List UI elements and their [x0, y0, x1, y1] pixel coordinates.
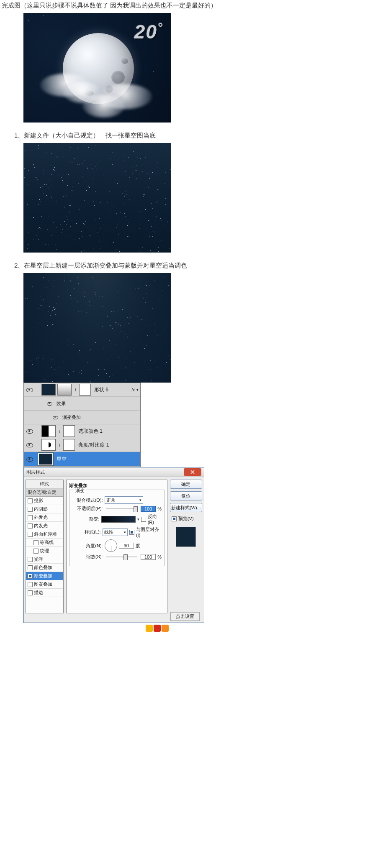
reverse-label: 反向(R)	[148, 513, 162, 525]
style-list-header[interactable]: 样式	[26, 480, 63, 488]
checkbox[interactable]	[28, 532, 33, 537]
checkbox[interactable]	[33, 549, 39, 554]
visibility-eye-icon[interactable]	[46, 401, 52, 406]
star-dot	[139, 229, 139, 229]
reset-button[interactable]: 复位	[170, 491, 202, 500]
star-dot	[145, 209, 146, 210]
step2-figure	[23, 273, 171, 383]
layer-row-select-color[interactable]: ⁞ 选取颜色 1	[24, 424, 140, 438]
star-dot	[79, 150, 79, 150]
style-item-outer-glow[interactable]: 外发光	[26, 513, 63, 522]
layer-thumbnail-grad[interactable]	[57, 384, 72, 396]
style-item-stroke[interactable]: 描边	[26, 589, 63, 597]
checkbox[interactable]	[28, 565, 33, 570]
style-item-label: 渐变叠加	[34, 573, 52, 579]
star-dot	[82, 236, 83, 237]
adjustment-thumbnail[interactable]	[41, 439, 56, 451]
style-item-color-overlay[interactable]: 颜色叠加	[26, 564, 63, 572]
star-dot	[53, 336, 54, 336]
style-dropdown[interactable]: 线性	[103, 528, 128, 536]
reverse-checkbox[interactable]	[141, 517, 146, 522]
new-style-button[interactable]: 新建样式(W)...	[170, 503, 202, 512]
slider-knob[interactable]	[134, 506, 138, 512]
star-dot	[122, 223, 123, 223]
star-dot	[77, 148, 77, 149]
blend-mode-dropdown[interactable]: 正常	[105, 496, 143, 504]
star-dot	[130, 192, 131, 192]
align-checkbox[interactable]	[129, 530, 134, 535]
checkbox[interactable]	[28, 523, 33, 528]
layer-thumbnail[interactable]	[38, 453, 53, 465]
star-dot	[95, 294, 95, 295]
layer-mask-thumbnail[interactable]	[63, 439, 75, 451]
opacity-slider[interactable]	[106, 508, 138, 509]
checkbox[interactable]	[28, 515, 33, 520]
star-dot	[168, 285, 169, 286]
star-dot	[108, 212, 108, 212]
close-button[interactable]	[184, 468, 201, 476]
star-dot	[51, 367, 52, 368]
star-dot	[41, 296, 41, 296]
gradient-swatch[interactable]	[101, 516, 136, 523]
star-dot	[41, 216, 42, 217]
star-dot	[117, 314, 117, 315]
style-item-pattern-overlay[interactable]: 图案叠加	[26, 580, 63, 589]
style-item-drop-shadow[interactable]: 投影	[26, 497, 63, 505]
checkbox[interactable]	[28, 498, 33, 503]
star-dot	[90, 350, 90, 350]
share-icon[interactable]	[146, 625, 153, 632]
scale-slider[interactable]	[106, 557, 138, 557]
visibility-eye-icon[interactable]	[26, 387, 33, 393]
share-icon[interactable]	[154, 625, 161, 632]
star-dot	[170, 186, 170, 187]
adjustment-thumbnail[interactable]	[41, 425, 56, 437]
style-blend-options[interactable]: 混合选项:自定	[26, 488, 63, 497]
style-item-gradient-overlay[interactable]: 渐变叠加	[26, 572, 63, 580]
layer-row-starry-sky[interactable]: 星空	[24, 452, 140, 467]
ok-button[interactable]: 确定	[170, 480, 202, 489]
slider-knob[interactable]	[123, 554, 128, 560]
style-item-texture[interactable]: 纹理	[26, 547, 63, 555]
style-item-contour[interactable]: 等高线	[26, 539, 63, 547]
angle-value[interactable]: 90	[119, 543, 134, 549]
dialog-titlebar[interactable]: 图层样式	[24, 467, 204, 477]
visibility-eye-icon[interactable]	[26, 456, 33, 462]
layer-row-bright-contrast[interactable]: ⁞ 亮度/对比度 1	[24, 438, 140, 452]
star-dot	[158, 247, 159, 248]
click-set-button[interactable]: 点击设置	[170, 612, 200, 621]
style-item-satin[interactable]: 光泽	[26, 555, 63, 564]
opacity-value[interactable]: 100	[141, 506, 156, 512]
fx-badge[interactable]: fx	[131, 388, 135, 392]
style-item-bevel[interactable]: 斜面和浮雕	[26, 530, 63, 539]
visibility-eye-icon[interactable]	[26, 442, 33, 448]
star-dot	[121, 212, 121, 213]
star-dot	[163, 245, 163, 245]
checkbox[interactable]	[28, 590, 33, 595]
star-dot	[33, 239, 33, 240]
checkbox[interactable]	[28, 557, 33, 562]
layer-thumbnail[interactable]	[41, 384, 56, 396]
chevron-down-icon[interactable]: ▾	[137, 517, 139, 521]
style-item-inner-glow[interactable]: 内发光	[26, 522, 63, 530]
preview-checkbox[interactable]	[172, 516, 177, 521]
visibility-eye-icon[interactable]	[52, 415, 58, 419]
layer-effects-row[interactable]: 效果	[24, 397, 140, 411]
layer-effect-gradient-overlay[interactable]: 渐变叠加	[24, 411, 140, 424]
checkbox[interactable]	[28, 582, 33, 587]
layer-row-shape[interactable]: ⁞ 形状 6 fx ▾	[24, 383, 140, 397]
layer-mask-thumbnail[interactable]	[79, 384, 91, 396]
checkbox[interactable]	[33, 540, 39, 545]
layer-mask-thumbnail[interactable]	[63, 425, 75, 437]
rss-icon[interactable]	[162, 625, 169, 632]
angle-dial[interactable]	[105, 539, 117, 552]
star-dot	[38, 226, 38, 226]
star-dot	[129, 177, 130, 178]
star-dot	[107, 176, 107, 176]
star-dot	[120, 196, 121, 196]
visibility-eye-icon[interactable]	[26, 428, 33, 434]
style-item-inner-shadow[interactable]: 内阴影	[26, 505, 63, 513]
scale-value[interactable]: 100	[141, 554, 156, 560]
checkbox[interactable]	[28, 574, 33, 579]
checkbox[interactable]	[28, 507, 33, 512]
chevron-down-icon[interactable]: ▾	[136, 388, 139, 392]
